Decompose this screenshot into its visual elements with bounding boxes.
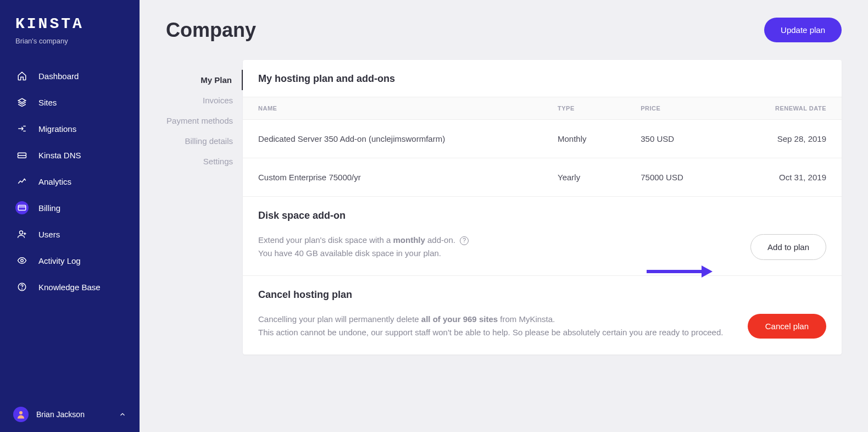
nav-label: Analytics xyxy=(38,177,71,186)
avatar xyxy=(13,407,29,422)
user-menu[interactable]: Brian Jackson xyxy=(0,400,140,422)
content-row: My Plan Invoices Payment methods Billing… xyxy=(166,60,842,355)
page-title: Company xyxy=(166,19,256,42)
disk-description: Extend your plan's disk space with a mon… xyxy=(258,234,469,260)
text: This action cannot be undone, our suppor… xyxy=(258,328,723,337)
table-row: Dedicated Server 350 Add-on (unclejimswo… xyxy=(243,120,842,158)
user-name: Brian Jackson xyxy=(36,410,111,419)
nav-label: Activity Log xyxy=(38,256,81,265)
col-renewal: RENEWAL DATE xyxy=(727,97,842,120)
brand-logo: KINSTA xyxy=(0,15,140,37)
svg-rect-0 xyxy=(18,206,26,211)
cell-type: Yearly xyxy=(542,158,625,197)
cancel-section: Cancel hosting plan Cancelling your plan… xyxy=(243,276,842,355)
svg-marker-8 xyxy=(702,265,713,278)
nav-sites[interactable]: Sites xyxy=(8,89,132,115)
disk-space-section: Disk space add-on Extend your plan's dis… xyxy=(243,197,842,276)
nav-kinsta-dns[interactable]: Kinsta DNS xyxy=(8,142,132,168)
nav-label: Dashboard xyxy=(38,71,79,81)
sidebar: KINSTA Brian's company Dashboard Sites M… xyxy=(0,0,140,432)
analytics-icon xyxy=(15,175,29,188)
plan-section-title: My hosting plan and add-ons xyxy=(243,60,842,97)
text: You have 40 GB available disk space in y… xyxy=(258,248,441,258)
col-name: NAME xyxy=(243,97,542,120)
cell-type: Monthly xyxy=(542,120,625,158)
cell-name: Custom Enterprise 75000/yr xyxy=(243,158,542,197)
cell-renewal: Oct 31, 2019 xyxy=(727,158,842,197)
plan-table: NAME TYPE PRICE RENEWAL DATE Dedicated S… xyxy=(243,97,842,196)
nav-activity-log[interactable]: Activity Log xyxy=(8,247,132,274)
text-bold: monthly xyxy=(393,235,425,245)
nav-analytics[interactable]: Analytics xyxy=(8,168,132,195)
subnav-billing-details[interactable]: Billing details xyxy=(166,131,243,151)
main-content: Company Update plan My Plan Invoices Pay… xyxy=(140,0,868,432)
svg-point-3 xyxy=(21,259,24,262)
cancel-plan-button[interactable]: Cancel plan xyxy=(748,314,826,339)
nav-label: Knowledge Base xyxy=(38,283,101,292)
text: from MyKinsta. xyxy=(498,314,555,324)
cell-price: 350 USD xyxy=(625,120,727,158)
users-icon xyxy=(15,228,29,241)
subnav-my-plan[interactable]: My Plan xyxy=(166,70,243,90)
main-nav: Dashboard Sites Migrations Kinsta DNS An… xyxy=(0,63,140,400)
svg-point-2 xyxy=(20,231,23,234)
subnav-invoices[interactable]: Invoices xyxy=(166,90,243,110)
add-to-plan-button[interactable]: Add to plan xyxy=(750,234,826,260)
cancel-section-title: Cancel hosting plan xyxy=(243,276,842,313)
nav-billing[interactable]: Billing xyxy=(8,195,132,221)
svg-point-6 xyxy=(19,411,23,414)
brand-text: KINSTA xyxy=(15,15,84,32)
layers-icon xyxy=(15,96,29,109)
page-header: Company Update plan xyxy=(166,18,842,42)
update-plan-button[interactable]: Update plan xyxy=(764,18,842,42)
billing-subnav: My Plan Invoices Payment methods Billing… xyxy=(166,60,243,355)
nav-knowledge-base[interactable]: Knowledge Base xyxy=(8,274,132,300)
billing-panel: My hosting plan and add-ons NAME TYPE PR… xyxy=(243,60,842,355)
help-icon xyxy=(15,280,29,293)
nav-label: Sites xyxy=(38,98,57,107)
nav-label: Migrations xyxy=(38,124,76,134)
company-name: Brian's company xyxy=(0,37,140,63)
svg-point-5 xyxy=(21,289,23,290)
nav-label: Users xyxy=(38,230,60,239)
nav-label: Billing xyxy=(38,203,60,213)
dns-icon xyxy=(15,148,29,162)
col-price: PRICE xyxy=(625,97,727,120)
nav-label: Kinsta DNS xyxy=(38,151,81,160)
eye-icon xyxy=(15,254,29,267)
cell-renewal: Sep 28, 2019 xyxy=(727,120,842,158)
help-tooltip-icon[interactable]: ? xyxy=(460,236,469,245)
billing-icon xyxy=(15,201,29,214)
nav-dashboard[interactable]: Dashboard xyxy=(8,63,132,89)
subnav-settings[interactable]: Settings xyxy=(166,151,243,171)
nav-users[interactable]: Users xyxy=(8,221,132,247)
home-icon xyxy=(15,69,29,82)
subnav-payment-methods[interactable]: Payment methods xyxy=(166,110,243,131)
disk-section-title: Disk space add-on xyxy=(243,197,842,234)
text: Extend your plan's disk space with a xyxy=(258,235,393,245)
annotation-arrow-icon xyxy=(647,263,713,280)
plan-section: My hosting plan and add-ons NAME TYPE PR… xyxy=(243,60,842,197)
cell-price: 75000 USD xyxy=(625,158,727,197)
text: add-on. xyxy=(425,235,455,245)
migrations-icon xyxy=(15,122,29,135)
nav-migrations[interactable]: Migrations xyxy=(8,115,132,142)
text: Cancelling your plan will permanently de… xyxy=(258,314,421,324)
cancel-description: Cancelling your plan will permanently de… xyxy=(258,313,723,339)
text-bold: all of your 969 sites xyxy=(421,314,498,324)
col-type: TYPE xyxy=(542,97,625,120)
chevron-up-icon xyxy=(119,411,126,418)
table-row: Custom Enterprise 75000/yr Yearly 75000 … xyxy=(243,158,842,197)
cell-name: Dedicated Server 350 Add-on (unclejimswo… xyxy=(243,120,542,158)
